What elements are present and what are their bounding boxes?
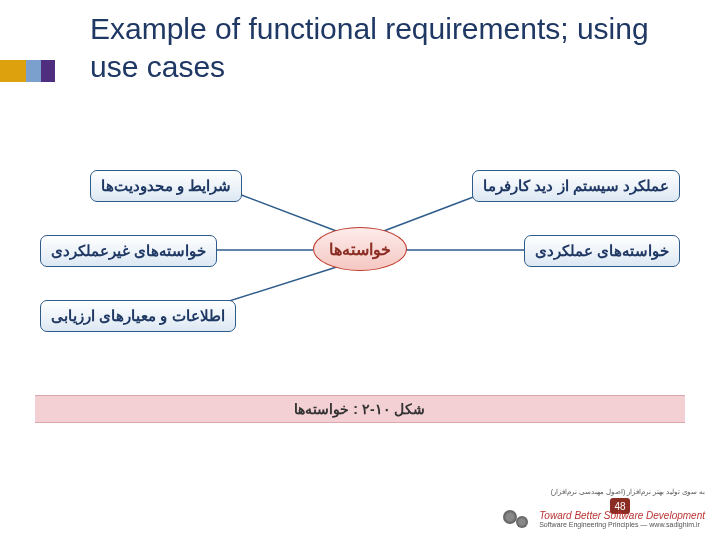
caption-text: شکل ۱۰-۲ : خواسته‌ها bbox=[294, 401, 425, 417]
box-label: شرایط و محدودیت‌ها bbox=[101, 177, 231, 194]
box-system-behavior-employer-view: عملکرد سیستم از دید کارفرما bbox=[472, 170, 680, 202]
box-conditions-constraints: شرایط و محدودیت‌ها bbox=[90, 170, 242, 202]
box-functional-requirements: خواسته‌های عملکردی bbox=[524, 235, 680, 267]
box-label: اطلاعات و معیارهای ارزیابی bbox=[51, 307, 225, 324]
box-label: خواسته‌های عملکردی bbox=[535, 242, 669, 259]
requirements-diagram: خواسته‌ها عملکرد سیستم از دید کارفرما شر… bbox=[35, 155, 685, 380]
box-evaluation-criteria-info: اطلاعات و معیارهای ارزیابی bbox=[40, 300, 236, 332]
center-node-requirements: خواسته‌ها bbox=[313, 227, 407, 271]
center-node-label: خواسته‌ها bbox=[329, 240, 391, 259]
logo-line2: Software Engineering Principles — www.sa… bbox=[539, 521, 705, 528]
figure-caption: شکل ۱۰-۲ : خواسته‌ها bbox=[35, 395, 685, 423]
slide-accent-bullet bbox=[0, 60, 55, 82]
slide-title: Example of functional requirements; usin… bbox=[90, 10, 700, 85]
box-label: خواسته‌های غیرعملکردی bbox=[51, 242, 206, 259]
footer-logo: Toward Better Software Development Softw… bbox=[503, 508, 705, 530]
title-text: Example of functional requirements; usin… bbox=[90, 10, 700, 85]
footer-tagline-fa: به سوی تولید بهتر نرم‌افزار (اصول مهندسی… bbox=[551, 488, 705, 496]
box-nonfunctional-requirements: خواسته‌های غیرعملکردی bbox=[40, 235, 217, 267]
logo-line1: Toward Better Software Development bbox=[539, 511, 705, 521]
box-label: عملکرد سیستم از دید کارفرما bbox=[483, 177, 669, 194]
gears-icon bbox=[503, 508, 533, 530]
